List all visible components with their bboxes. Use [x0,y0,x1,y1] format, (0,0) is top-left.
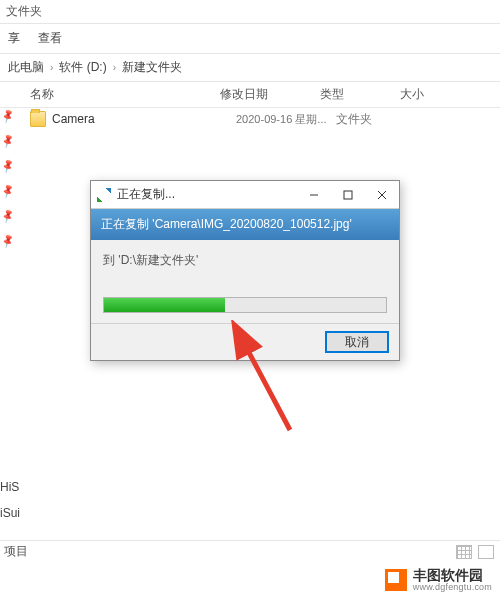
breadcrumb-item-folder[interactable]: 新建文件夹 [122,59,182,76]
watermark: 丰图软件园 www.dgfengtu.com [0,562,500,598]
pin-icon: 📌 [0,108,15,124]
file-date: 2020-09-16 星期... [236,112,336,127]
file-type: 文件夹 [336,111,416,128]
watermark-brand: 丰图软件园 [413,568,492,583]
status-bar: 项目 [0,540,500,562]
menu-share[interactable]: 享 [8,30,20,47]
table-row[interactable]: Camera 2020-09-16 星期... 文件夹 [0,108,500,130]
breadcrumb-item-pc[interactable]: 此电脑 [8,59,44,76]
pin-icon: 📌 [0,183,15,199]
sidebar-item-isui[interactable]: iSui [0,506,20,520]
file-list: Camera 2020-09-16 星期... 文件夹 [0,108,500,130]
details-view-icon[interactable] [456,545,472,559]
dialog-footer: 取消 [91,323,399,360]
svg-rect-1 [344,191,352,199]
column-date[interactable]: 修改日期 [220,86,320,103]
copy-icon [97,188,111,202]
folder-icon [30,111,46,127]
column-headers: 名称 修改日期 类型 大小 [0,82,500,108]
menu-view[interactable]: 查看 [38,30,62,47]
dialog-title: 正在复制... [117,186,297,203]
close-button[interactable] [365,181,399,209]
copying-file-label: 正在复制 'Camera\IMG_20200820_100512.jpg' [101,217,352,231]
column-name[interactable]: 名称 [30,86,220,103]
sidebar-labels: HiS iSui [0,480,20,520]
quick-access-pins: 📌 📌 📌 📌 📌 📌 [0,110,14,246]
chevron-right-icon: › [113,62,116,73]
chevron-right-icon: › [50,62,53,73]
window-titlebar: 文件夹 [0,0,500,24]
status-text: 项目 [4,543,28,560]
watermark-logo-icon [385,569,407,591]
pin-icon: 📌 [0,233,15,249]
pin-icon: 📌 [0,133,15,149]
large-icons-view-icon[interactable] [478,545,494,559]
column-type[interactable]: 类型 [320,86,400,103]
watermark-url: www.dgfengtu.com [413,583,492,592]
dialog-body: 到 'D:\新建文件夹' [91,240,399,323]
window-title: 文件夹 [6,3,42,20]
copy-progress-dialog: 正在复制... 正在复制 'Camera\IMG_20200820_100512… [90,180,400,361]
progress-bar [103,297,387,313]
dialog-titlebar[interactable]: 正在复制... [91,181,399,209]
pin-icon: 📌 [0,158,15,174]
sidebar-item-his[interactable]: HiS [0,480,20,494]
file-name: Camera [52,112,236,126]
pin-icon: 📌 [0,208,15,224]
destination-label: 到 'D:\新建文件夹' [103,252,387,269]
dialog-header: 正在复制 'Camera\IMG_20200820_100512.jpg' [91,209,399,240]
breadcrumb[interactable]: 此电脑 › 软件 (D:) › 新建文件夹 [0,54,500,82]
cancel-button[interactable]: 取消 [325,331,389,353]
breadcrumb-item-drive[interactable]: 软件 (D:) [59,59,106,76]
progress-fill [104,298,225,312]
menubar: 享 查看 [0,24,500,54]
minimize-button[interactable] [297,181,331,209]
column-size[interactable]: 大小 [400,86,500,103]
maximize-button[interactable] [331,181,365,209]
